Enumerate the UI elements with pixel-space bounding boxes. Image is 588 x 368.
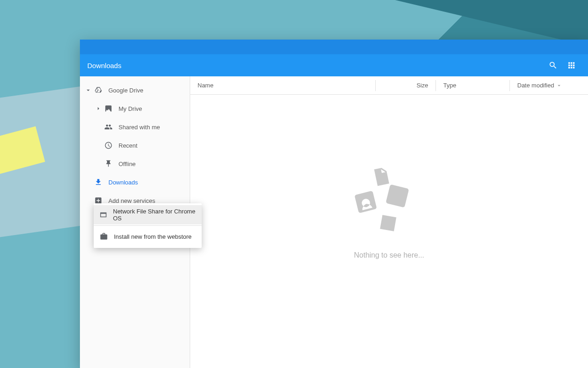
grid-view-icon (567, 61, 576, 70)
columns-header: Name Size Type Date modified (190, 76, 588, 95)
empty-state-text: Nothing to see here... (354, 251, 424, 259)
sort-arrow-icon (556, 82, 562, 89)
menu-item-install-webstore[interactable]: Install new from the webstore (94, 227, 202, 246)
chevron-down-icon[interactable] (84, 86, 93, 95)
column-header-name[interactable]: Name (190, 82, 375, 89)
webstore-icon (99, 232, 108, 241)
menu-item-label: Install new from the webstore (114, 233, 192, 240)
search-button[interactable] (544, 56, 562, 75)
download-icon (93, 177, 104, 188)
music-icon (351, 187, 380, 217)
menu-separator (94, 225, 202, 226)
clock-icon (103, 140, 114, 151)
empty-illustration (357, 167, 421, 240)
body-area: Google Drive My Drive Shared with me (80, 76, 588, 368)
sidebar-item-offline[interactable]: Offline (80, 155, 190, 173)
column-header-label: Date modified (517, 82, 554, 89)
video-icon (376, 211, 400, 235)
smb-share-icon (99, 210, 107, 219)
empty-state: Nothing to see here... (190, 95, 588, 368)
my-drive-icon (103, 103, 114, 114)
column-header-size[interactable]: Size (376, 82, 435, 89)
pin-icon (103, 158, 114, 169)
sidebar-item-google-drive[interactable]: Google Drive (80, 81, 190, 99)
sidebar-item-label: Google Drive (108, 87, 143, 94)
sidebar-item-label: Offline (119, 161, 136, 167)
image-icon (382, 180, 413, 212)
column-header-date[interactable]: Date modified (510, 82, 588, 89)
view-mode-button[interactable] (562, 56, 581, 75)
drive-icon (93, 85, 104, 96)
sidebar-item-label: Recent (119, 142, 137, 149)
sidebar-item-recent[interactable]: Recent (80, 136, 190, 155)
sidebar-item-label: My Drive (119, 105, 142, 112)
app-header: Downloads (80, 54, 588, 76)
sidebar-item-my-drive[interactable]: My Drive (80, 99, 190, 118)
search-icon (548, 61, 558, 70)
page-title: Downloads (87, 62, 121, 69)
sidebar-item-shared-with-me[interactable]: Shared with me (80, 118, 190, 136)
sidebar-item-downloads[interactable]: Downloads (80, 173, 190, 191)
people-icon (103, 121, 114, 132)
files-app-window: Downloads Google Drive (80, 40, 588, 368)
file-list-area: Name Size Type Date modified Noth (190, 76, 588, 368)
sidebar-item-label: Shared with me (119, 124, 160, 131)
menu-item-label: Network File Share for Chrome OS (113, 208, 196, 222)
column-header-type[interactable]: Type (436, 82, 509, 89)
window-title-bar[interactable] (80, 40, 588, 54)
add-services-menu: Network File Share for Chrome OS Install… (94, 203, 202, 248)
chevron-right-icon[interactable] (94, 104, 103, 113)
sidebar-item-label: Downloads (108, 179, 138, 186)
menu-item-network-share[interactable]: Network File Share for Chrome OS (94, 205, 202, 224)
